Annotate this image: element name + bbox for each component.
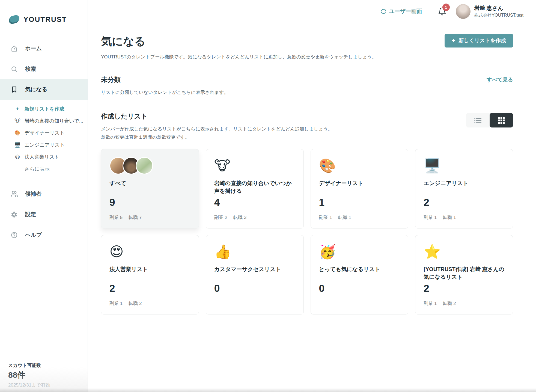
app-window: YOUTRUST ホーム 検索: [0, 0, 536, 392]
list-label: 岩崎の直接の知り合いで...: [25, 118, 83, 124]
grid-view-icon: [498, 117, 505, 124]
youtrust-logo-icon: [8, 14, 20, 25]
sidebar-create-list[interactable]: + 新規リストを作成: [0, 103, 88, 115]
side-job-count: 副業 5: [109, 214, 123, 220]
sidebar-list-item[interactable]: 🖥️ エンジニアリスト: [0, 139, 88, 151]
party-face-emoji-icon: 🥳: [319, 243, 400, 260]
create-list-button-label: 新しくリストを作成: [458, 37, 506, 44]
card-title: [YOUTRUST作成] 岩﨑 恵さんの気になるリスト: [424, 265, 505, 281]
created-lists-description-line1: メンバーが作成した気になるリストがこちらに表示されます。リストにタレントをどんど…: [101, 126, 333, 132]
unclassified-section: 未分類 すべて見る リストに分類していないタレントがこちらに表示されます。: [101, 75, 513, 97]
user-screen-link[interactable]: ユーザー画面: [380, 8, 422, 15]
side-job-count: 副業 1: [424, 300, 437, 306]
scout-label: スカウト可能数: [8, 362, 50, 369]
brand-logo[interactable]: YOUTRUST: [0, 0, 88, 25]
search-icon: [10, 65, 18, 73]
scout-info: スカウト可能数 88件 2025/12/31まで有効: [8, 362, 50, 388]
grid-view-button[interactable]: [490, 113, 513, 127]
sidebar-item-label: 気になる: [25, 86, 47, 93]
create-list-label: 新規リストを作成: [25, 106, 64, 112]
page-description: YOUTRUSTのタレントプール機能です。気になるタレントをどんどんリストに追加…: [101, 54, 377, 60]
page-content: 気になる YOUTRUSTのタレントプール機能です。気になるタレントをどんどんリ…: [88, 23, 536, 392]
side-job-count: 副業 1: [109, 300, 123, 306]
sidebar-list-item[interactable]: 😍 法人営業リスト: [0, 151, 88, 163]
plus-icon: +: [452, 37, 455, 44]
topbar: ユーザー画面 1 岩﨑 恵さん 株式会社YOUTRUST.test: [88, 0, 536, 23]
heart-eyes-emoji-icon: 😍: [109, 243, 190, 260]
user-menu[interactable]: 岩﨑 恵さん 株式会社YOUTRUST.test: [456, 4, 523, 19]
list-card[interactable]: ⭐ [YOUTRUST作成] 岩﨑 恵さんの気になるリスト 2 副業 1 転職 …: [415, 235, 513, 314]
card-title: 法人営業リスト: [109, 265, 190, 281]
user-name: 岩﨑 恵さん: [474, 4, 523, 12]
sidebar-item-kininaru[interactable]: 気になる: [0, 79, 88, 100]
list-card[interactable]: 😍 法人営業リスト 2 副業 1 転職 2: [101, 235, 199, 314]
sidebar-show-more[interactable]: さらに表示: [0, 163, 88, 175]
view-toggle: [466, 113, 513, 127]
gear-icon: [10, 211, 18, 218]
list-card[interactable]: 🥳 とっても気になるリスト 0: [311, 235, 409, 314]
list-card[interactable]: 🖥️ エンジニアリスト 2 副業 1 転職 1: [415, 149, 513, 228]
monitor-emoji-icon: 🖥️: [14, 142, 21, 148]
career-change-count: 転職 1: [443, 214, 456, 220]
card-count: 9: [109, 197, 190, 208]
list-label: デザイナーリスト: [25, 130, 65, 136]
see-all-link[interactable]: すべて見る: [487, 76, 513, 83]
created-lists-title: 作成したリスト: [101, 112, 333, 121]
sidebar-item-candidates[interactable]: 候補者: [0, 184, 88, 204]
list-card-all[interactable]: すべて 9 副業 5 転職 7: [101, 149, 199, 228]
heart-eyes-emoji-icon: 😍: [14, 154, 21, 160]
side-job-count: 副業 1: [424, 214, 437, 220]
cow-emoji-icon: 🐮: [214, 157, 295, 174]
palette-emoji-icon: 🎨: [14, 130, 21, 136]
career-change-count: 転職 7: [129, 214, 142, 220]
monitor-emoji-icon: 🖥️: [424, 157, 505, 174]
user-screen-label: ユーザー画面: [389, 8, 422, 15]
brand-name: YOUTRUST: [23, 15, 67, 24]
sidebar-item-help[interactable]: ヘルプ: [0, 225, 88, 245]
card-count: 0: [319, 283, 400, 294]
topbar-divider: [430, 5, 430, 17]
list-card[interactable]: 👍 カスタマーサクセスリスト 0: [206, 235, 304, 314]
list-view-icon: [474, 117, 482, 124]
sidebar-item-label: 候補者: [25, 190, 41, 198]
notifications-button[interactable]: 1: [438, 7, 446, 16]
sidebar-item-search[interactable]: 検索: [0, 59, 88, 79]
unclassified-title: 未分類: [101, 75, 121, 84]
sidebar-item-home[interactable]: ホーム: [0, 38, 88, 59]
plus-icon: +: [14, 106, 21, 112]
sidebar-list-item[interactable]: 🐮 岩崎の直接の知り合いで...: [0, 115, 88, 127]
career-change-count: 転職 2: [443, 300, 456, 306]
thumbs-up-emoji-icon: 👍: [214, 243, 295, 260]
list-card[interactable]: 🎨 デザイナーリスト 1 副業 1 転職 1: [311, 149, 409, 228]
users-icon: [10, 190, 18, 198]
unclassified-description: リストに分類していないタレントがこちらに表示されます。: [101, 88, 513, 97]
sidebar-item-label: 検索: [25, 65, 36, 73]
sidebar-list-item[interactable]: 🎨 デザイナーリスト: [0, 127, 88, 139]
scout-validity: 2025/12/31まで有効: [8, 382, 50, 388]
page-header: 気になる YOUTRUSTのタレントプール機能です。気になるタレントをどんどんリ…: [101, 34, 513, 60]
sidebar-item-label: ヘルプ: [25, 231, 42, 239]
card-title: 岩崎の直接の知り合いでいつか声を掛ける: [214, 179, 295, 195]
notification-badge: 1: [442, 4, 450, 11]
sidebar-item-settings[interactable]: 設定: [0, 204, 88, 225]
list-card[interactable]: 🐮 岩崎の直接の知り合いでいつか声を掛ける 4 副業 2 転職 3: [206, 149, 304, 228]
card-title: エンジニアリスト: [424, 179, 505, 195]
create-list-button[interactable]: + 新しくリストを作成: [445, 34, 513, 47]
lists-grid: すべて 9 副業 5 転職 7 🐮 岩崎の直接の知り合いでいつか声を掛ける 4 …: [101, 149, 513, 314]
member-avatars: [109, 157, 190, 174]
user-avatar: [456, 4, 471, 19]
card-title: デザイナーリスト: [319, 179, 400, 195]
help-icon: [10, 231, 18, 239]
list-view-button[interactable]: [466, 113, 490, 127]
card-count: 2: [109, 283, 190, 294]
palette-emoji-icon: 🎨: [319, 157, 400, 174]
created-lists-section: 作成したリスト メンバーが作成した気になるリストがこちらに表示されます。リストに…: [101, 112, 513, 314]
cow-emoji-icon: 🐮: [14, 118, 21, 124]
card-count: 0: [214, 283, 295, 294]
sidebar: YOUTRUST ホーム 検索: [0, 0, 88, 392]
career-change-count: 転職 3: [233, 214, 246, 220]
created-lists-description-line2: 意欲の変更は直近１週間の意欲変更です。: [101, 135, 190, 140]
user-company: 株式会社YOUTRUST.test: [474, 13, 523, 18]
scout-count: 88件: [8, 370, 50, 381]
created-lists-description: メンバーが作成した気になるリストがこちらに表示されます。リストにタレントをどんど…: [101, 125, 333, 141]
